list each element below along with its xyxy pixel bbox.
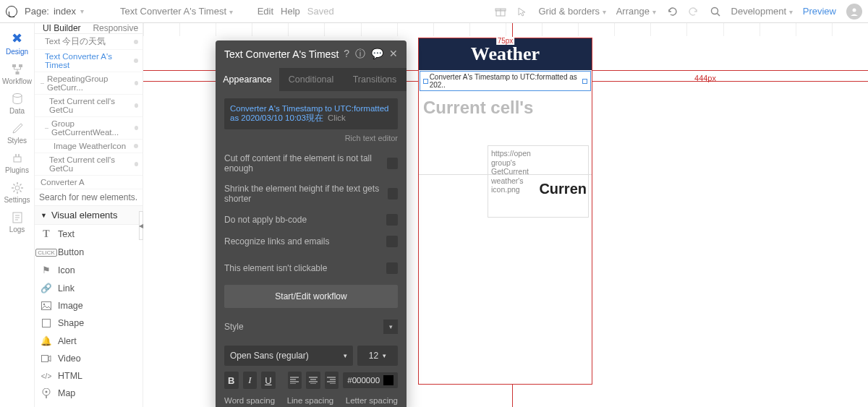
- tab-ui-builder[interactable]: UI Builder: [35, 23, 89, 33]
- tab-conditional[interactable]: Conditional: [279, 68, 343, 91]
- element-breadcrumb[interactable]: Text Converter A's Timest ▾: [120, 6, 233, 17]
- svg-point-5: [853, 8, 856, 12]
- page-selector[interactable]: Page: index ▾: [25, 6, 84, 17]
- palette-map[interactable]: Map: [35, 385, 142, 402]
- palette-html[interactable]: </>HTML: [35, 367, 142, 385]
- italic-button[interactable]: I: [243, 372, 258, 389]
- bold-button[interactable]: B: [224, 372, 239, 389]
- expression-text: Converter A's Timestamp to UTC:formatted…: [230, 104, 389, 122]
- svg-line-18: [13, 184, 14, 186]
- tab-responsive[interactable]: Responsive: [89, 23, 143, 33]
- checkbox-icon[interactable]: [386, 214, 398, 226]
- tab-transitions[interactable]: Transitions: [343, 68, 407, 91]
- inspector-header[interactable]: Text Converter A's Timest ? ⓘ 💬 ✕: [216, 40, 407, 68]
- style-dropdown[interactable]: Style▾: [224, 314, 398, 340]
- palette-video[interactable]: Video: [35, 350, 142, 367]
- checkbox-icon[interactable]: [388, 188, 398, 200]
- checkbox-icon[interactable]: [386, 236, 398, 247]
- opt-noclick[interactable]: This element isn't clickable: [224, 252, 398, 279]
- comment-icon[interactable]: 💬: [371, 48, 383, 61]
- rail-styles[interactable]: Styles: [0, 119, 35, 147]
- start-edit-workflow-button[interactable]: Start/Edit workflow: [224, 285, 398, 308]
- click-hint: Click: [328, 113, 346, 122]
- font-color-picker[interactable]: #000000: [343, 372, 398, 388]
- property-inspector[interactable]: Text Converter A's Timest ? ⓘ 💬 ✕ Appear…: [216, 40, 407, 407]
- tree-item[interactable]: Converter A: [35, 176, 142, 189]
- opt-shrink[interactable]: Shrink the element height if the text ge…: [224, 179, 398, 209]
- undo-icon[interactable]: [666, 6, 678, 17]
- rail-design[interactable]: ✖Design: [0, 27, 35, 59]
- font-family-dropdown[interactable]: Open Sans (regular)▾: [224, 346, 353, 366]
- info-icon[interactable]: ⓘ: [355, 48, 365, 61]
- logs-icon: [11, 211, 24, 224]
- palette-built-on-bubble[interactable]: Built on Bubble: [35, 402, 142, 407]
- checkbox-icon[interactable]: [387, 158, 398, 169]
- underline-button[interactable]: U: [261, 372, 276, 389]
- resize-handle-icon[interactable]: [582, 79, 587, 84]
- rail-logs[interactable]: Logs: [0, 208, 35, 236]
- tab-appearance[interactable]: Appearance: [216, 68, 279, 91]
- opt-nobb[interactable]: Do not apply bb-code: [224, 209, 398, 231]
- redo-icon[interactable]: [688, 6, 699, 17]
- tree-item[interactable]: Text Converter A's Timest: [35, 50, 142, 72]
- tree-item[interactable]: –RepeatingGroup GetCurr...: [35, 72, 142, 95]
- palette-text[interactable]: TText: [35, 225, 142, 244]
- canvas[interactable]: ◀ 444px 535px 75px Weather Converter A's…: [143, 23, 868, 407]
- search-icon[interactable]: [710, 6, 721, 17]
- tree-item[interactable]: Text Current cell's GetCu: [35, 95, 142, 117]
- gear-icon: [11, 181, 24, 194]
- curren-text[interactable]: Curren: [539, 181, 587, 197]
- checkbox-icon[interactable]: [386, 262, 398, 274]
- grid-borders-toggle[interactable]: Grid & borders ▾: [538, 6, 605, 17]
- palette-button[interactable]: CLICKButton: [35, 244, 142, 261]
- element-search-input[interactable]: [39, 192, 138, 202]
- palette-alert[interactable]: 🔔Alert: [35, 332, 142, 350]
- tree-item[interactable]: –Group GetCurrentWeat...: [35, 117, 142, 140]
- shape-icon: [41, 319, 52, 327]
- font-size-dropdown[interactable]: 12▾: [357, 346, 398, 366]
- cursor-icon[interactable]: [516, 6, 528, 17]
- palette-link[interactable]: 🔗Link: [35, 279, 142, 297]
- panel-collapse-handle[interactable]: ◀: [139, 211, 143, 240]
- close-icon[interactable]: ✕: [389, 48, 398, 61]
- page-frame[interactable]: 75px Weather Converter A's Timestamp to …: [418, 38, 592, 385]
- rail-data[interactable]: Data: [0, 90, 35, 118]
- rich-text-editor-link[interactable]: Rich text editor: [224, 132, 398, 148]
- rail-workflow[interactable]: Workflow: [0, 60, 35, 88]
- expression-input[interactable]: Converter A's Timestamp to UTC:formatted…: [224, 98, 398, 129]
- tree-item[interactable]: Text Current cell's GetCu: [35, 153, 142, 176]
- design-icon: ✖: [12, 30, 22, 46]
- edit-menu[interactable]: Edit: [258, 6, 273, 17]
- help-menu[interactable]: Help: [281, 6, 300, 17]
- opt-links[interactable]: Recognize links and emails: [224, 231, 398, 252]
- palette-icon[interactable]: ⚑Icon: [35, 261, 142, 279]
- builder-tabs: UI Builder Responsive: [35, 23, 142, 34]
- element-tree: Text 今日の天気 Text Converter A's Timest –Re…: [35, 34, 142, 189]
- align-center-button[interactable]: [306, 372, 320, 389]
- opt-cutoff[interactable]: Cut off content if the element is not ta…: [224, 148, 398, 179]
- svg-rect-28: [43, 320, 51, 327]
- svg-point-3: [711, 7, 718, 14]
- collapse-icon[interactable]: –: [45, 124, 48, 132]
- weather-icon-group[interactable]: https://open group's GetCurrent weather'…: [488, 145, 589, 218]
- collapse-icon[interactable]: –: [41, 80, 44, 87]
- user-avatar[interactable]: [846, 4, 862, 20]
- preview-button[interactable]: Preview: [803, 6, 836, 17]
- palette-image[interactable]: Image: [35, 297, 142, 314]
- bubble-logo-icon: [6, 6, 17, 17]
- resize-handle-icon[interactable]: [423, 79, 428, 84]
- palette-shape[interactable]: Shape: [35, 314, 142, 332]
- current-cell-text[interactable]: Current cell's: [419, 92, 592, 118]
- help-icon[interactable]: ?: [344, 48, 349, 61]
- rail-plugins[interactable]: Plugins: [0, 149, 35, 177]
- selected-text-element[interactable]: Converter A's Timestamp to UTC:formatted…: [420, 71, 591, 91]
- tree-item[interactable]: Image WeatherIcon: [35, 140, 142, 153]
- gift-icon[interactable]: [495, 6, 506, 17]
- tree-item[interactable]: Text 今日の天気: [35, 34, 142, 50]
- rail-settings[interactable]: Settings: [0, 179, 35, 207]
- align-left-button[interactable]: [288, 372, 302, 389]
- arrange-menu[interactable]: Arrange ▾: [616, 6, 656, 17]
- section-visual-elements[interactable]: ▼Visual elements: [35, 205, 142, 225]
- align-right-button[interactable]: [325, 372, 339, 389]
- deployment-menu[interactable]: Development ▾: [731, 6, 793, 17]
